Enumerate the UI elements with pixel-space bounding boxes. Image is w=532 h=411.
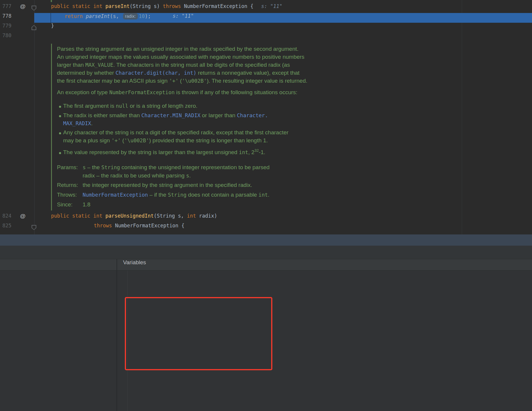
- doc-comment-bar-sliver: [51, 0, 52, 2]
- doc-text-line: An unsigned integer maps the values usua…: [57, 54, 305, 62]
- bullet-dot: [59, 106, 61, 108]
- doc-comment-bar: [51, 44, 52, 211]
- editor-debugger-splitter[interactable]: [0, 234, 532, 246]
- doc-section-label: Throws:: [57, 192, 77, 200]
- doc-link[interactable]: NumberFormatException: [83, 192, 148, 198]
- line-number: 777: [2, 3, 12, 9]
- debugger-toolbar: [0, 246, 532, 259]
- inline-debugger-value-hint: s: "11": [261, 3, 282, 9]
- code-editor[interactable]: 777@public static int parseInt(String s)…: [0, 0, 532, 234]
- code-text: throws NumberFormatException {: [94, 223, 184, 229]
- doc-text-line: determined by whether Character.digit(ch…: [57, 70, 299, 78]
- doc-text-line: the first character may be an ASCII plus…: [57, 78, 307, 86]
- annotation-gutter-icon[interactable]: @: [20, 213, 26, 219]
- code-text: public static int parseUnsignedInt(Strin…: [51, 213, 217, 219]
- fold-marker-icon[interactable]: [32, 25, 36, 30]
- doc-section-label: Returns:: [57, 182, 78, 190]
- variables-tab-title: Variables: [123, 259, 146, 270]
- doc-text-line: The value represented by the string is l…: [63, 149, 265, 157]
- code-line[interactable]: 778return parseInt(s, radix:10);s: "11": [0, 13, 532, 23]
- inline-debugger-value-hint: s: "11": [173, 13, 194, 19]
- fold-marker-icon[interactable]: [32, 6, 36, 11]
- doc-link[interactable]: Character.: [237, 112, 268, 118]
- bullet-dot: [59, 132, 61, 134]
- line-number: 778: [2, 13, 12, 19]
- doc-text-line: MAX_RADIX.: [63, 120, 93, 128]
- code-text: return parseInt(s, radix:10);: [65, 13, 151, 19]
- line-number: 779: [2, 23, 12, 29]
- bullet-dot: [59, 115, 61, 117]
- doc-text-line: NumberFormatException – if the String do…: [83, 192, 269, 200]
- variables-panel-header: Variables: [0, 259, 532, 270]
- annotation-gutter-icon[interactable]: @: [20, 3, 26, 10]
- doc-link[interactable]: Character.MIN_RADIX: [141, 112, 200, 118]
- doc-text-line: the integer represented by the string ar…: [83, 182, 252, 190]
- doc-text-line: The first argument is null or is a strin…: [63, 103, 197, 111]
- doc-text-line: Any character of the string is not a dig…: [63, 129, 289, 137]
- doc-text-line: radix – the radix to be used while parsi…: [83, 172, 191, 180]
- line-number: 824: [2, 213, 12, 219]
- code-line[interactable]: 825throws NumberFormatException {: [0, 223, 532, 232]
- code-line[interactable]: 779}: [0, 23, 532, 32]
- doc-text-line: 1.8: [83, 201, 90, 209]
- line-number: 825: [2, 223, 12, 229]
- doc-text-line: The radix is either smaller than Charact…: [63, 112, 268, 120]
- doc-text-line: may be a plus sign '+' ('\u002B') provid…: [63, 137, 268, 145]
- bullet-dot: [59, 152, 61, 154]
- code-line[interactable]: 777@public static int parseInt(String s)…: [0, 3, 532, 13]
- doc-section-label: Since:: [57, 201, 73, 209]
- doc-text-line: s – the String containing the unsigned i…: [83, 164, 270, 172]
- code-text: public static int parseInt(String s) thr…: [51, 3, 253, 9]
- annotation-highlight-rectangle: [125, 297, 272, 370]
- doc-link[interactable]: Character.digit(char, int): [116, 70, 197, 76]
- ide-debug-session: 777@public static int parseInt(String s)…: [0, 0, 532, 411]
- frames-variables-separator[interactable]: [117, 259, 117, 411]
- doc-section-label: Params:: [57, 164, 78, 172]
- code-line[interactable]: 824@public static int parseUnsignedInt(S…: [0, 213, 532, 223]
- line-number: 780: [2, 32, 12, 38]
- code-line[interactable]: 780: [0, 32, 532, 42]
- inline-parameter-hint: radix:: [123, 13, 138, 19]
- fold-marker-icon[interactable]: [32, 225, 36, 230]
- doc-text-line: Parses the string argument as an unsigne…: [57, 46, 299, 54]
- doc-text-line: larger than MAX_VALUE. The characters in…: [57, 62, 290, 70]
- doc-link[interactable]: MAX_RADIX: [63, 120, 91, 126]
- doc-text-line: An exception of type NumberFormatExcepti…: [57, 89, 297, 97]
- code-text: }: [51, 23, 54, 29]
